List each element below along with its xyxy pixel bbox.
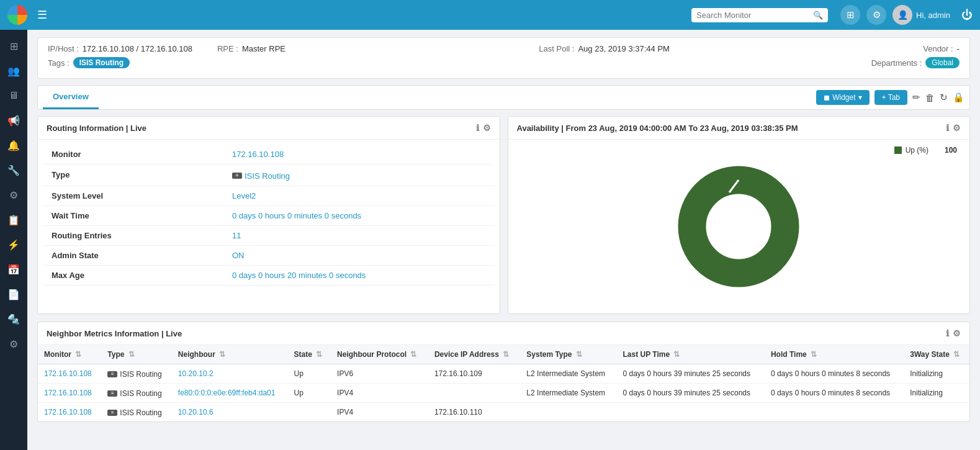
table-cell: 0 days 0 hours 39 minutes 25 seconds (617, 384, 765, 403)
table-cell[interactable]: 172.16.10.108 (38, 384, 101, 403)
search-input[interactable] (696, 11, 809, 20)
neighbor-table-container: Monitor ⇅Type ⇅Neighbour ⇅State ⇅Neighbo… (38, 345, 969, 421)
refresh-tab-icon[interactable]: ↻ (940, 92, 948, 103)
availability-panel-header: Availability | From 23 Aug, 2019 04:00:0… (508, 117, 970, 140)
routing-row-label: Admin State (43, 245, 223, 265)
sidebar-item-devices[interactable]: 🖥 (2, 84, 25, 107)
sidebar-item-integrations[interactable]: 🔩 (2, 308, 25, 330)
settings-icon-btn[interactable]: ⚙ (866, 5, 886, 25)
edit-tab-icon[interactable]: ✏ (912, 92, 920, 103)
type-cell: ≡ ISIS Routing (107, 370, 161, 379)
availability-panel-icons: ℹ ⚙ (946, 123, 961, 133)
neighbor-table: Monitor ⇅Type ⇅Neighbour ⇅State ⇅Neighbo… (38, 345, 969, 421)
routing-row-value: ≡ ISIS Routing (223, 164, 495, 186)
routing-gear-icon[interactable]: ⚙ (483, 123, 491, 133)
table-cell[interactable]: fe80:0:0:0:e0e:69ff:feb4:da01 (172, 384, 288, 403)
sort-icon: ⇅ (75, 350, 81, 359)
neighbor-col-header[interactable]: Neighbour ⇅ (172, 345, 288, 364)
sidebar-item-events[interactable]: ⚡ (2, 233, 25, 256)
table-cell (428, 384, 520, 403)
sidebar-item-docs[interactable]: 📄 (2, 283, 25, 305)
departments-label: Departments : (871, 58, 922, 68)
top-navbar: ☰ 🔍 ⊞ ⚙ 👤 Hi, admin ⏻ (0, 0, 980, 30)
sidebar-item-tools[interactable]: 🔧 (2, 159, 25, 181)
neighbor-col-header[interactable]: Type ⇅ (101, 345, 172, 364)
legend-dot (894, 146, 902, 154)
neighbor-info-icon[interactable]: ℹ (946, 328, 949, 338)
tab-overview[interactable]: Overview (43, 86, 99, 109)
type-cell: ≡ ISIS Routing (107, 408, 161, 417)
menu-icon[interactable]: ☰ (37, 8, 47, 22)
add-tab-button[interactable]: + Tab (874, 90, 907, 105)
search-box: 🔍 (691, 8, 828, 22)
sidebar-item-settings2[interactable]: ⚙ (2, 184, 25, 206)
sidebar-item-calendar[interactable]: 📅 (2, 258, 25, 281)
type-cell: ≡ ISIS Routing (107, 389, 161, 398)
routing-info-icon[interactable]: ℹ (476, 123, 479, 133)
sort-icon: ⇅ (316, 350, 322, 359)
tags-label: Tags : (48, 58, 70, 68)
routing-row-label: System Level (43, 186, 223, 205)
donut-chart (677, 164, 801, 289)
table-cell: 172.16.10.110 (428, 403, 520, 422)
last-poll-label: Last Poll : (539, 44, 574, 53)
ip-label: IP/Host : (48, 44, 79, 53)
neighbor-col-header[interactable]: Device IP Address ⇅ (428, 345, 520, 364)
routing-row-value[interactable]: 172.16.10.108 (223, 145, 495, 164)
neighbor-col-header[interactable]: Neighbour Protocol ⇅ (331, 345, 428, 364)
table-cell: 0 days 0 hours 39 minutes 25 seconds (617, 364, 765, 384)
sort-icon: ⇅ (576, 350, 582, 359)
vendor-value: - (957, 44, 960, 53)
neighbor-col-header[interactable]: State ⇅ (288, 345, 331, 364)
neighbor-panel: Neighbor Metrics Information | Live ℹ ⚙ … (37, 322, 970, 422)
widget-button[interactable]: ◼ Widget ▾ (816, 90, 869, 105)
table-row: 172.16.10.108≡ ISIS Routingfe80:0:0:0:e0… (38, 384, 969, 403)
table-row: 172.16.10.108≡ ISIS Routing10.20.10.2UpI… (38, 364, 969, 384)
vendor-label: Vendor : (923, 44, 953, 53)
neighbor-col-header[interactable]: 3Way State ⇅ (904, 345, 969, 364)
table-cell: Up (288, 364, 331, 384)
table-cell[interactable]: 10.20.10.6 (172, 403, 288, 422)
routing-row-label: Monitor (43, 145, 223, 164)
neighbor-col-header[interactable]: Monitor ⇅ (38, 345, 101, 364)
neighbor-col-header[interactable]: Hold Time ⇅ (765, 345, 904, 364)
routing-row-value: ON (223, 245, 495, 265)
table-cell[interactable]: 10.20.10.2 (172, 364, 288, 384)
tabs-bar: Overview ◼ Widget ▾ + Tab ✏ 🗑 ↻ 🔒 (37, 85, 970, 110)
user-label: Hi, admin (916, 11, 950, 20)
neighbor-panel-title: Neighbor Metrics Information | Live (47, 329, 182, 338)
delete-tab-icon[interactable]: 🗑 (925, 92, 935, 103)
sidebar-item-settings[interactable]: ⚙ (2, 333, 25, 355)
sidebar-item-broadcast[interactable]: 📢 (2, 109, 25, 132)
table-cell: 0 days 0 hours 0 minutes 8 seconds (765, 364, 904, 384)
sidebar-item-dashboard[interactable]: ⊞ (2, 35, 25, 57)
topnav-icons: ⊞ ⚙ (840, 5, 886, 25)
table-cell: IPV4 (331, 403, 428, 422)
avatar: 👤 (892, 5, 912, 25)
routing-table-container: Monitor172.16.10.108Type≡ ISIS RoutingSy… (38, 140, 500, 290)
neighbor-gear-icon[interactable]: ⚙ (953, 328, 961, 338)
ip-value: 172.16.10.108 / 172.16.10.108 (83, 44, 192, 53)
user-menu[interactable]: 👤 Hi, admin (892, 5, 950, 25)
sidebar-item-reports[interactable]: 📋 (2, 209, 25, 231)
chart-legend: Up (%) 100 (894, 146, 957, 155)
table-cell (765, 403, 904, 422)
sidebar-item-users[interactable]: 👥 (2, 60, 25, 82)
table-cell[interactable]: 172.16.10.108 (38, 403, 101, 422)
global-dept-badge[interactable]: Global (925, 57, 960, 68)
app-logo (7, 5, 27, 25)
sidebar-item-notifications[interactable]: 🔔 (2, 134, 25, 156)
neighbor-col-header[interactable]: System Type ⇅ (520, 345, 616, 364)
availability-gear-icon[interactable]: ⚙ (953, 123, 961, 133)
table-cell[interactable]: 172.16.10.108 (38, 364, 101, 384)
availability-info-icon[interactable]: ℹ (946, 123, 949, 133)
table-cell: Initializing (904, 364, 969, 384)
routing-row-value: Level2 (223, 186, 495, 205)
lock-tab-icon[interactable]: 🔒 (953, 92, 964, 103)
isis-routing-tag[interactable]: ISIS Routing (73, 57, 130, 68)
grid-icon-btn[interactable]: ⊞ (840, 5, 860, 25)
neighbor-col-header[interactable]: Last UP Time ⇅ (617, 345, 765, 364)
sort-icon: ⇅ (503, 350, 509, 359)
isis-type-icon: ≡ (107, 410, 117, 416)
power-icon[interactable]: ⏻ (961, 9, 973, 22)
